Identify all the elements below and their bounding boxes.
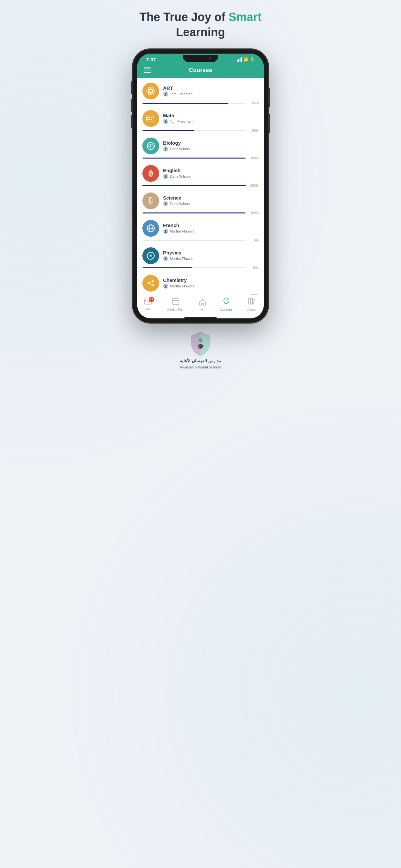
course-item[interactable]: Physics👤Martha Flowers [137, 244, 264, 264]
phone-screen: 7:07 📶 🔋 Courses [137, 54, 264, 318]
course-teacher: 👤Doris Wilson [163, 174, 258, 179]
svg-rect-4 [147, 116, 155, 121]
course-name: Physics [163, 250, 258, 255]
course-item[interactable]: English👤Doris Wilson [137, 162, 264, 182]
course-name: Biology [163, 140, 258, 146]
svg-rect-9 [147, 119, 149, 120]
teacher-name: Doris Wilson [170, 147, 190, 151]
hero-highlight: Smart [228, 10, 261, 24]
teacher-name: Tom Friedman [170, 120, 192, 123]
teacher-avatar: 👤 [163, 201, 168, 206]
page-wrapper: The True Joy of Smart Learning 7:07 📶 [110, 10, 291, 369]
teacher-avatar: 👤 [163, 174, 168, 179]
svg-line-28 [149, 283, 153, 285]
home-indicator [184, 317, 217, 318]
course-icon [143, 137, 159, 154]
nav-label-weekly-plan: Weekly Plan [166, 308, 184, 311]
teacher-avatar: 👤 [163, 283, 168, 289]
course-item[interactable]: Science👤Doris Wilson [137, 189, 264, 209]
svg-point-23 [150, 255, 151, 256]
hero-title: The True Joy of Smart Learning [140, 10, 261, 40]
phone-notch [183, 55, 218, 62]
course-icon [143, 192, 159, 209]
course-item[interactable]: Math👤Tom Friedman [137, 107, 264, 127]
mail-icon: 11 [144, 298, 152, 306]
progress-row: 100% [137, 182, 264, 189]
course-info: French👤Martha Flowers [163, 222, 258, 234]
course-item[interactable]: French👤Martha Flowers [137, 217, 264, 237]
library-icon [248, 298, 255, 307]
progress-bar-fill [143, 158, 246, 159]
course-name: Math [163, 113, 258, 118]
logo-name-en: AlFursan National Schools [180, 365, 221, 369]
nav-item-home[interactable] [199, 299, 206, 310]
nav-item-mail[interactable]: 11Mail [144, 298, 152, 311]
nav-badge-mail: 11 [149, 297, 154, 302]
logo-name-ar: مدارس الفرسان الأهلية [180, 359, 221, 363]
progress-pct: 0% [248, 239, 258, 242]
course-name: ART [163, 85, 258, 91]
svg-rect-35 [173, 299, 179, 305]
progress-pct: 48% [248, 266, 258, 270]
progress-row: 83% [137, 99, 264, 107]
progress-bar-wrap [143, 158, 246, 159]
course-info: Math👤Tom Friedman [163, 113, 258, 124]
course-name: Chemistry [163, 277, 258, 283]
wifi-icon: 📶 [243, 57, 248, 62]
course-icon [143, 220, 159, 237]
nav-item-weekly-plan[interactable]: Weekly Plan [166, 298, 184, 311]
progress-bar-wrap [143, 268, 246, 268]
weekly-plan-icon [172, 298, 179, 307]
progress-pct: 100% [248, 156, 258, 160]
svg-rect-7 [151, 117, 152, 118]
progress-row: 100% [137, 209, 264, 217]
svg-rect-10 [149, 119, 150, 120]
progress-row: 0% [137, 237, 264, 244]
teacher-avatar: 👤 [163, 256, 168, 261]
progress-row: 100% [137, 291, 264, 295]
progress-pct: 83% [248, 101, 258, 105]
progress-bar-wrap [143, 130, 246, 131]
battery-icon: 🔋 [250, 57, 255, 62]
hero-line2: Learning [176, 26, 225, 39]
svg-point-1 [147, 89, 155, 93]
hero-line1: The True Joy of [140, 10, 228, 24]
course-teacher: 👤Doris Wilson [163, 146, 258, 151]
course-info: Biology👤Doris Wilson [163, 140, 258, 151]
nav-label-courses: Courses [220, 308, 232, 311]
progress-bar-fill [143, 185, 246, 186]
progress-bar-fill [143, 130, 194, 131]
hamburger-menu[interactable] [144, 67, 151, 73]
svg-point-14 [151, 145, 153, 147]
progress-bar-fill [143, 213, 246, 213]
bottom-nav: 11MailWeekly PlanCoursesLibrary [137, 295, 264, 316]
course-list: ART👤Tom Friedman83% Math👤Tom Friedman50%… [137, 78, 264, 295]
svg-rect-11 [151, 119, 152, 120]
course-info: Physics👤Martha Flowers [163, 250, 258, 261]
nav-item-courses[interactable]: Courses [220, 298, 232, 311]
progress-bar-wrap [143, 185, 246, 186]
course-name: English [163, 167, 258, 173]
nav-label-library: Library [247, 308, 257, 311]
course-item[interactable]: Chemistry👤Martha Flowers [137, 272, 264, 291]
course-item[interactable]: ART👤Tom Friedman [137, 80, 264, 99]
home-dot [202, 309, 203, 310]
course-icon [143, 247, 159, 264]
signal-icon [237, 57, 242, 62]
nav-item-library[interactable]: Library [247, 298, 257, 311]
course-teacher: 👤Martha Flowers [163, 228, 258, 234]
school-logo: 🎓 [189, 331, 212, 356]
teacher-avatar: 👤 [163, 146, 168, 151]
course-teacher: 👤Tom Friedman [163, 119, 258, 124]
teacher-avatar: 👤 [163, 228, 168, 234]
course-item[interactable]: Biology👤Doris Wilson [137, 134, 264, 154]
teacher-name: Martha Flowers [170, 229, 194, 233]
header-title: Courses [189, 67, 212, 73]
progress-bar-fill [143, 268, 192, 268]
courses-icon [223, 298, 230, 307]
app-header: Courses [137, 64, 264, 78]
svg-line-27 [149, 281, 153, 283]
svg-rect-5 [147, 117, 149, 118]
progress-row: 48% [137, 264, 264, 272]
teacher-name: Martha Flowers [170, 284, 194, 288]
